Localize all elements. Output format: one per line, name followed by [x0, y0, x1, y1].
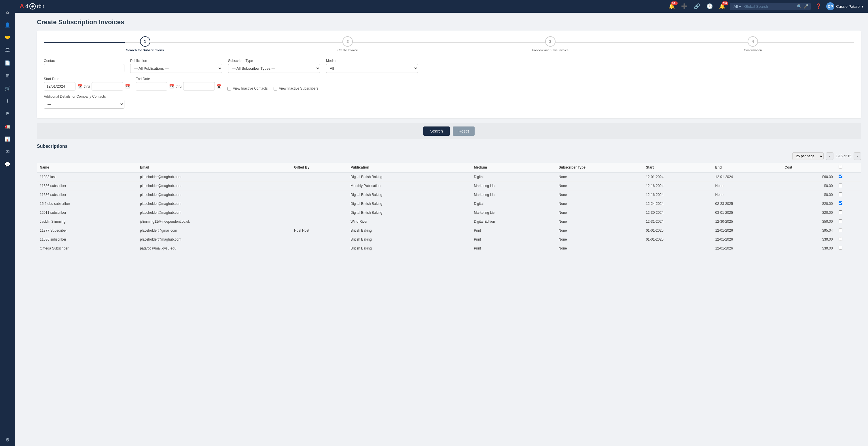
cell-checkbox-0[interactable]	[836, 172, 861, 181]
sidebar-item-handshake[interactable]: 🤝	[0, 31, 15, 44]
per-page-select[interactable]: 25 per page 50 per page 100 per page	[792, 152, 824, 160]
end-date-label: End Date	[136, 77, 222, 81]
contact-input[interactable]	[44, 64, 124, 72]
step-3-circle: 3	[545, 36, 556, 47]
cell-medium-2: Marketing List	[471, 190, 556, 199]
step-3-label: Preview and Save Invoice	[532, 49, 568, 52]
cell-email-0: placeholder@maghub.com	[137, 172, 291, 181]
row-checkbox-7[interactable]	[839, 237, 842, 241]
sidebar-item-image[interactable]: 🖼	[0, 44, 15, 57]
col-subscriber-type: Subscriber Type	[556, 163, 643, 172]
row-checkbox-2[interactable]	[839, 192, 842, 196]
inactive-contacts-checkbox[interactable]	[227, 87, 231, 90]
cell-email-5: jslimming11@independent.co.uk	[137, 217, 291, 226]
sidebar-item-flag[interactable]: ⚑	[0, 107, 15, 120]
end-date-thru-input[interactable]	[183, 82, 215, 90]
notification-bell-btn[interactable]: 🔔 99+	[667, 2, 677, 11]
cell-checkbox-7[interactable]	[836, 235, 861, 244]
cell-cost-0: $60.00	[782, 172, 835, 181]
history-btn[interactable]: 🕐	[705, 2, 714, 11]
step-4-circle: 4	[748, 36, 758, 47]
cell-end-3: 02-23-2025	[712, 199, 782, 208]
subscriptions-section: Subscriptions 25 per page 50 per page 10…	[37, 144, 861, 253]
inactive-subscribers-label[interactable]: View Inactive Subscribers	[279, 86, 318, 90]
cell-checkbox-6[interactable]	[836, 226, 861, 235]
user-dropdown-icon: ▾	[861, 4, 863, 9]
sidebar-item-gear[interactable]: ⚙	[0, 433, 15, 446]
select-all-checkbox[interactable]	[839, 165, 842, 169]
additional-details-select[interactable]: —	[44, 100, 124, 109]
additional-details-group: Additional Details for Company Contacts …	[44, 94, 124, 109]
cell-cost-7: $30.00	[782, 235, 835, 244]
inactive-subscribers-checkbox[interactable]	[274, 87, 277, 90]
col-start: Start	[643, 163, 712, 172]
reset-button[interactable]: Reset	[453, 126, 475, 136]
cell-cost-4: $20.00	[782, 208, 835, 217]
alerts-btn[interactable]: 🔔99+	[717, 2, 727, 11]
row-checkbox-1[interactable]	[839, 183, 842, 187]
user-avatar: CP	[826, 2, 834, 10]
start-date-input[interactable]	[44, 82, 75, 90]
sidebar-item-truck[interactable]: 🚛	[0, 120, 15, 132]
cell-medium-4: Marketing List	[471, 208, 556, 217]
sidebar-item-table[interactable]: 📊	[0, 132, 15, 145]
subscriber-type-select[interactable]: — All Subscriber Types —	[228, 64, 320, 73]
cell-checkbox-8[interactable]	[836, 244, 861, 253]
end-date-input[interactable]	[136, 82, 167, 90]
cell-checkbox-5[interactable]	[836, 217, 861, 226]
end-date-cal-icon[interactable]: 📅	[169, 84, 174, 89]
end-date-thru-cal-icon[interactable]: 📅	[217, 84, 221, 89]
page-title: Create Subscription Invoices	[37, 19, 861, 26]
table-row: 11983 last placeholder@maghub.com Digita…	[37, 172, 861, 181]
start-date-thru-cal-icon[interactable]: 📅	[125, 84, 130, 89]
sidebar-item-home[interactable]: ⌂	[0, 6, 15, 19]
row-checkbox-3[interactable]	[839, 201, 842, 205]
alerts-badge: 99+	[722, 1, 728, 5]
start-date-label: Start Date	[44, 77, 130, 81]
start-date-thru-input[interactable]	[92, 82, 123, 90]
next-page-btn[interactable]: ›	[854, 152, 861, 160]
row-checkbox-4[interactable]	[839, 210, 842, 214]
sidebar-logo	[0, 0, 15, 6]
cell-gifted-by-0	[291, 172, 348, 181]
cell-medium-3: Digital	[471, 199, 556, 208]
sidebar-item-cart[interactable]: 🛒	[0, 82, 15, 94]
cell-checkbox-2[interactable]	[836, 190, 861, 199]
link-btn[interactable]: 🔗	[692, 2, 702, 11]
cell-checkbox-3[interactable]	[836, 199, 861, 208]
cell-end-2: None	[712, 190, 782, 199]
help-btn[interactable]: ❓	[813, 2, 824, 11]
add-btn[interactable]: ➕	[679, 2, 689, 11]
sidebar-item-chat[interactable]: 💬	[0, 158, 15, 171]
search-button[interactable]: Search	[423, 126, 450, 136]
row-checkbox-0[interactable]	[839, 175, 842, 178]
mic-icon[interactable]: 🎤	[804, 4, 808, 9]
sidebar-item-document[interactable]: 📄	[0, 57, 15, 69]
col-select-all[interactable]	[836, 163, 861, 172]
inactive-contacts-label[interactable]: View Inactive Contacts	[233, 86, 268, 90]
sidebar-item-grid[interactable]: ⊞	[0, 69, 15, 82]
table-row: Jacklin Slimming jslimming11@independent…	[37, 217, 861, 226]
cell-start-4: 12-30-2024	[643, 208, 712, 217]
medium-select[interactable]: All	[326, 64, 418, 73]
cell-email-1: placeholder@maghub.com	[137, 181, 291, 190]
row-checkbox-5[interactable]	[839, 219, 842, 223]
prev-page-btn[interactable]: ‹	[826, 152, 833, 160]
global-search-input[interactable]	[744, 4, 795, 9]
cell-publication-1: Monthly Publication	[348, 181, 471, 190]
cell-email-2: placeholder@maghub.com	[137, 190, 291, 199]
sidebar-item-contacts[interactable]: 👤	[0, 19, 15, 31]
sidebar-item-upload[interactable]: ⬆	[0, 94, 15, 107]
start-date-cal-icon[interactable]: 📅	[77, 84, 82, 89]
cell-checkbox-1[interactable]	[836, 181, 861, 190]
row-checkbox-6[interactable]	[839, 228, 842, 232]
user-name: Cassie Pataro	[836, 4, 860, 9]
cell-checkbox-4[interactable]	[836, 208, 861, 217]
subscriber-type-label: Subscriber Type	[228, 59, 320, 63]
row-checkbox-8[interactable]	[839, 246, 842, 250]
cell-start-8	[643, 244, 712, 253]
sidebar-item-mail[interactable]: ✉	[0, 145, 15, 158]
search-scope-dropdown[interactable]: All	[732, 4, 742, 9]
user-menu[interactable]: CP Cassie Pataro ▾	[826, 2, 863, 10]
publication-select[interactable]: — All Publications —	[130, 64, 222, 73]
